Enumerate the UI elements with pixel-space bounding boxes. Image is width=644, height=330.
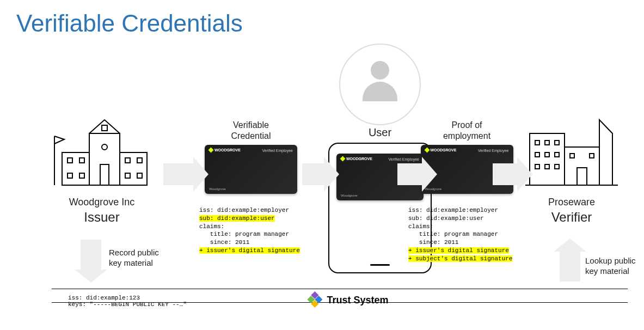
svg-rect-9	[79, 173, 84, 178]
svg-rect-19	[535, 140, 539, 145]
user-icon	[363, 61, 397, 101]
trust-code: iss: did:example:123 keys: "-----BEGIN P…	[68, 295, 187, 308]
vc-label: Verifiable Credential	[199, 120, 303, 142]
svg-rect-11	[137, 158, 142, 163]
verifier-name: Proseware	[520, 196, 623, 209]
issuer-role: Issuer	[50, 210, 154, 225]
svg-rect-0	[62, 152, 89, 185]
svg-rect-1	[120, 152, 147, 185]
office-building-icon	[520, 103, 623, 196]
svg-rect-12	[125, 173, 130, 178]
card-footer: Woodgrove	[341, 194, 358, 197]
card-brand: WOODGROVE	[431, 148, 457, 152]
svg-rect-4	[102, 125, 107, 131]
arrow-down-icon	[81, 240, 101, 270]
proof-code: iss: did:example:employer sub: did:examp…	[408, 198, 525, 263]
arrow-right-icon	[302, 163, 324, 185]
svg-rect-21	[555, 140, 559, 145]
svg-rect-29	[590, 154, 594, 158]
svg-rect-25	[535, 164, 539, 169]
verifier-block: Proseware Verifier	[520, 103, 623, 225]
building-icon	[50, 103, 159, 196]
lookup-label: Lookup public key material	[585, 256, 644, 277]
svg-rect-27	[555, 164, 559, 169]
issuer-name: Woodgrove Inc	[50, 196, 154, 209]
card-brand: WOODGROVE	[346, 157, 372, 161]
svg-rect-18	[577, 168, 587, 185]
svg-rect-24	[555, 152, 559, 157]
trust-system-bar: iss: did:example:123 keys: "-----BEGIN P…	[52, 289, 628, 303]
card-type: Verified Employee	[478, 149, 508, 152]
trust-label-text: Trust System	[327, 295, 388, 306]
arrow-right-icon	[397, 163, 422, 185]
svg-rect-26	[545, 164, 549, 169]
svg-rect-3	[100, 164, 109, 185]
card-brand: WOODGROVE	[214, 148, 241, 152]
arrow-right-icon	[163, 163, 193, 185]
trust-label: Trust System	[307, 292, 388, 308]
svg-point-5	[102, 144, 107, 150]
credential-card-icon: WOODGROVE Verified Employee Woodgrove	[205, 145, 297, 194]
vc-code: iss: did:example:employer sub: did:examp…	[199, 198, 303, 255]
svg-rect-10	[125, 158, 130, 163]
issuer-block: Woodgrove Inc Issuer	[50, 103, 154, 225]
svg-rect-13	[137, 173, 142, 178]
svg-rect-23	[545, 152, 549, 157]
slide-title: Verifiable Credentials	[16, 10, 243, 37]
verifier-role: Verifier	[520, 210, 623, 225]
svg-rect-6	[68, 158, 72, 163]
cubes-icon	[307, 292, 322, 308]
svg-rect-28	[570, 154, 574, 158]
card-footer: Woodgrove	[209, 187, 226, 191]
arrow-right-icon	[493, 163, 517, 185]
card-type: Verified Employee	[262, 149, 293, 152]
svg-rect-22	[535, 152, 539, 157]
proof-label: Proof of employment	[408, 120, 525, 142]
svg-rect-8	[68, 173, 72, 178]
record-label: Record public key material	[109, 248, 174, 268]
arrow-up-icon	[560, 252, 580, 282]
svg-rect-20	[545, 140, 549, 145]
svg-rect-7	[79, 158, 84, 163]
vc-block: Verifiable Credential WOODGROVE Verified…	[199, 120, 303, 255]
svg-rect-2	[89, 133, 120, 185]
svg-rect-16	[565, 147, 599, 185]
